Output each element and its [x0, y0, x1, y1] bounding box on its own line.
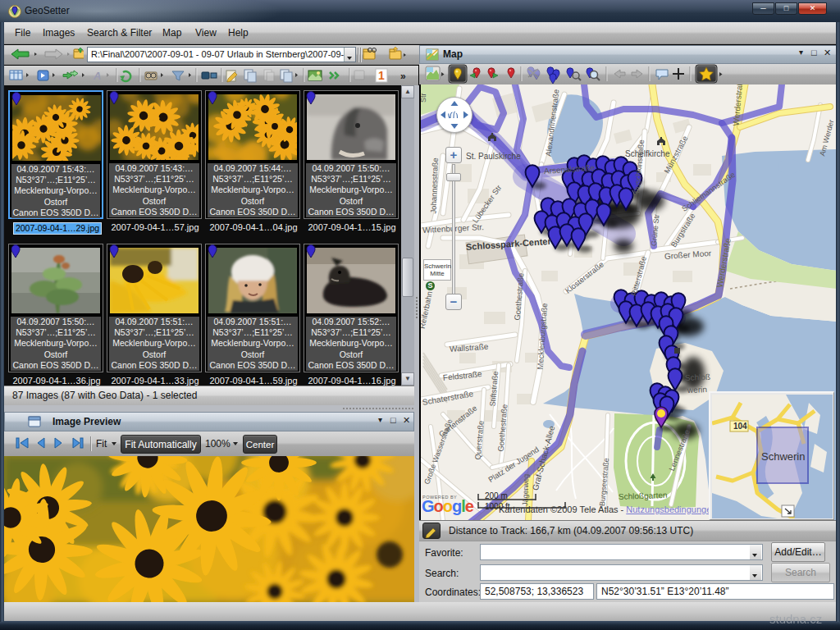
- svg-text:»: »: [400, 71, 406, 82]
- svg-text:Schwerin: Schwerin: [761, 450, 805, 463]
- svg-text:A: A: [93, 70, 101, 82]
- svg-text:1: 1: [378, 69, 385, 82]
- svg-text:104: 104: [733, 422, 747, 431]
